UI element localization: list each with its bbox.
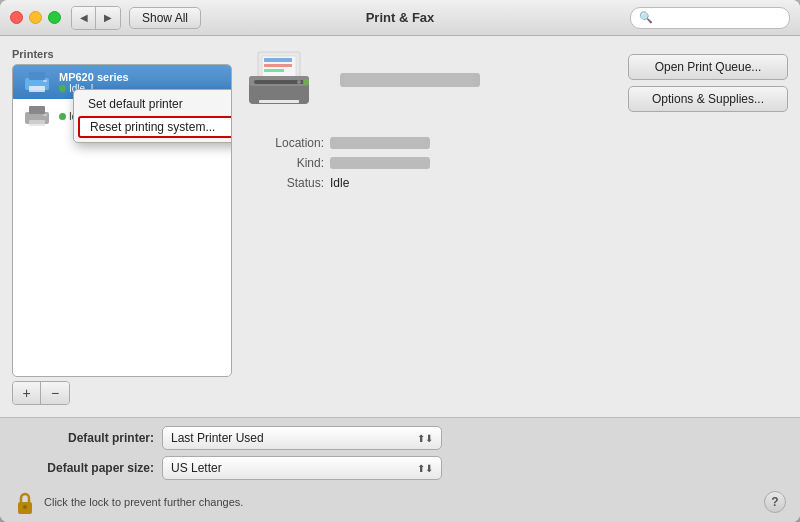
svg-rect-12 [264, 69, 284, 72]
svg-rect-5 [29, 106, 45, 114]
svg-rect-1 [29, 72, 45, 80]
back-button[interactable]: ◀ [72, 7, 96, 29]
printer-name-area [340, 73, 480, 93]
svg-rect-16 [259, 100, 299, 103]
default-paper-size-row: Default paper size: US Letter ⬆⬇ [14, 456, 786, 480]
printers-panel: Printers MP620 series [12, 48, 232, 405]
action-buttons: Open Print Queue... Options & Supplies..… [628, 54, 788, 112]
context-menu: Set default printer Reset printing syste… [73, 89, 232, 143]
forward-button[interactable]: ▶ [96, 7, 120, 29]
bottom-footer: Click the lock to prevent further change… [14, 486, 786, 514]
default-paper-size-dropdown[interactable]: US Letter ⬆⬇ [162, 456, 442, 480]
location-value-blurred [330, 137, 430, 149]
svg-point-17 [303, 79, 309, 85]
location-label: Location: [254, 136, 324, 150]
close-button[interactable] [10, 11, 23, 24]
svg-rect-11 [264, 64, 292, 67]
window-title: Print & Fax [366, 10, 435, 25]
printers-section-label: Printers [12, 48, 232, 60]
printers-list[interactable]: MP620 series Idle, L... [12, 64, 232, 377]
main-window: ◀ ▶ Show All Print & Fax 🔍 Printers [0, 0, 800, 522]
printer-name-selected: MP620 series [59, 71, 223, 83]
default-printer-dropdown[interactable]: Last Printer Used ⬆⬇ [162, 426, 442, 450]
lock-icon [14, 490, 36, 514]
printer-big-icon [244, 48, 324, 118]
default-paper-size-value: US Letter [171, 461, 222, 475]
add-printer-button[interactable]: + [13, 382, 41, 404]
status-dot-green [59, 85, 66, 92]
lock-area[interactable]: Click the lock to prevent further change… [14, 490, 243, 514]
printer-icon-selected [21, 70, 53, 94]
traffic-lights [10, 11, 61, 24]
minimize-button[interactable] [29, 11, 42, 24]
printer-name-blurred [340, 73, 480, 87]
svg-rect-3 [43, 80, 47, 82]
default-printer-row: Default printer: Last Printer Used ⬆⬇ [14, 426, 786, 450]
kind-row: Kind: [254, 156, 778, 170]
kind-value-blurred [330, 157, 430, 169]
svg-point-18 [297, 80, 301, 84]
open-print-queue-button[interactable]: Open Print Queue... [628, 54, 788, 80]
lock-text: Click the lock to prevent further change… [44, 496, 243, 508]
svg-rect-15 [254, 80, 304, 84]
svg-rect-2 [29, 86, 45, 92]
show-all-button[interactable]: Show All [129, 7, 201, 29]
context-menu-set-default[interactable]: Set default printer [74, 93, 232, 115]
options-supplies-button[interactable]: Options & Supplies... [628, 86, 788, 112]
status-value: Idle [330, 176, 349, 190]
default-paper-size-label: Default paper size: [14, 461, 154, 475]
search-icon: 🔍 [639, 11, 653, 24]
printer-header: Open Print Queue... Options & Supplies..… [244, 48, 788, 126]
zoom-button[interactable] [48, 11, 61, 24]
nav-buttons: ◀ ▶ [71, 6, 121, 30]
titlebar: ◀ ▶ Show All Print & Fax 🔍 [0, 0, 800, 36]
context-menu-reset-printing[interactable]: Reset printing system... [78, 116, 232, 138]
printer-details: Location: Kind: Status: Idle [244, 136, 788, 196]
svg-rect-10 [264, 58, 292, 62]
bottom-bar: Default printer: Last Printer Used ⬆⬇ De… [0, 417, 800, 522]
right-panel: Open Print Queue... Options & Supplies..… [244, 48, 788, 405]
status-dot-green-2 [59, 113, 66, 120]
kind-label: Kind: [254, 156, 324, 170]
printers-toolbar: + − [12, 381, 70, 405]
default-printer-value: Last Printer Used [171, 431, 264, 445]
main-content: Printers MP620 series [0, 36, 800, 417]
location-row: Location: [254, 136, 778, 150]
printer-icon-2 [21, 104, 53, 128]
status-label: Status: [254, 176, 324, 190]
dropdown-arrow-paper-icon: ⬆⬇ [417, 463, 433, 474]
svg-rect-6 [29, 120, 45, 126]
svg-point-20 [23, 505, 27, 509]
dropdown-arrow-icon: ⬆⬇ [417, 433, 433, 444]
default-printer-label: Default printer: [14, 431, 154, 445]
help-button[interactable]: ? [764, 491, 786, 513]
status-row: Status: Idle [254, 176, 778, 190]
search-box[interactable]: 🔍 [630, 7, 790, 29]
remove-printer-button[interactable]: − [41, 382, 69, 404]
svg-rect-7 [43, 114, 47, 116]
